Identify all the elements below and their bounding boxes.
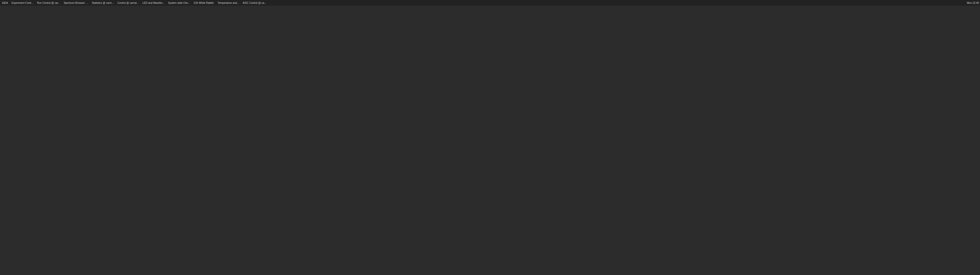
taskbar-temp[interactable]: Temperature and... [217,2,240,4]
taskbar-spectrum[interactable]: Spectrum Browser: ... [63,2,89,4]
global-clock: Mon 22:46 [967,2,979,4]
taskbar-statistics[interactable]: Statistics @ carm... [91,2,115,4]
taskbar-experiment[interactable]: Experiment Contr... [11,2,35,4]
taskbar-gsi[interactable]: GSI White Rabbit: [192,2,215,4]
global-taskbar: AIDA Experiment Contr... Run Control @ c… [0,0,980,6]
taskbar-led[interactable]: LED and Wavefor... [142,2,165,4]
taskbar-aida[interactable]: AIDA [1,2,9,4]
taskbar-syswide[interactable]: System wide Che... [167,2,191,4]
taskbar-runcontrol[interactable]: Run Control @ car... [36,2,61,4]
taskbar-control[interactable]: Control @ carme... [116,2,140,4]
taskbar-asic[interactable]: ASIC Control @ ca... [242,2,267,4]
